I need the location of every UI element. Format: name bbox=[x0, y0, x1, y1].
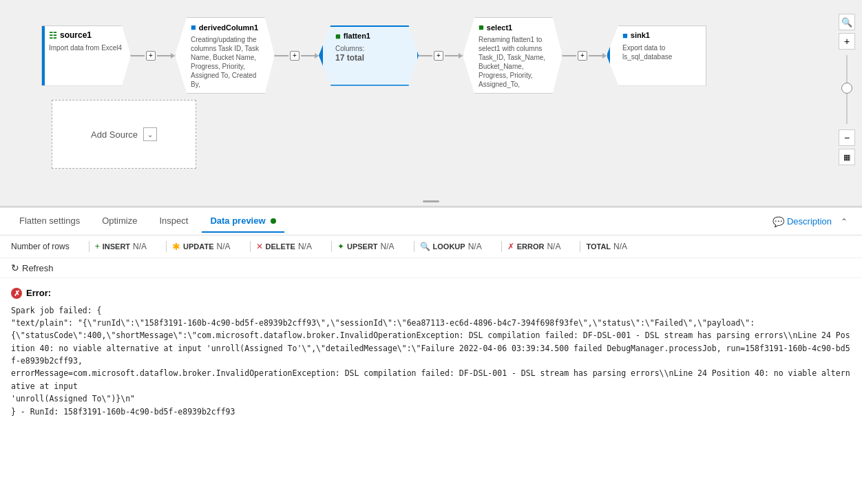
divider-2 bbox=[166, 241, 167, 252]
total-label: TOTAL bbox=[586, 242, 611, 251]
node-select1-title: ■ select1 bbox=[479, 22, 512, 32]
add-source-label: Add Source bbox=[91, 129, 138, 140]
node-sink1[interactable]: ■ sink1 Export data to ls_sql_database bbox=[607, 25, 706, 86]
node-derived1-title: ■ derivedColumn1 bbox=[191, 22, 258, 32]
error-body: Spark job failed: { "text/plain": "{\"ru… bbox=[11, 304, 851, 419]
upsert-label: UPSERT bbox=[347, 242, 378, 251]
connector-3: + bbox=[419, 51, 463, 61]
node-source1-title: ☷ source1 bbox=[49, 30, 92, 41]
tab-data-preview[interactable]: Data preview bbox=[202, 210, 284, 233]
metric-update: ✱ UPDATE N/A bbox=[172, 241, 244, 252]
tab-inspect[interactable]: Inspect bbox=[151, 210, 196, 233]
add-source-dropdown[interactable]: ⌄ bbox=[143, 127, 157, 141]
flatten-icon: ■ bbox=[335, 31, 341, 41]
zoom-controls: 🔍 + − ▦ bbox=[839, 14, 855, 165]
plus-icon: + bbox=[844, 36, 850, 47]
error-label: ERROR bbox=[517, 242, 545, 251]
node-derived1[interactable]: ■ derivedColumn1 Creating/updating the c… bbox=[175, 17, 275, 94]
tabs-row: Flatten settings Optimize Inspect Data p… bbox=[0, 208, 862, 235]
node-source1[interactable]: ☷ source1 Import data from Excel4 bbox=[41, 25, 131, 86]
node-sink1-desc: Export data to ls_sql_database bbox=[622, 43, 699, 61]
pipeline-row: ☷ source1 Import data from Excel4 + ■ de… bbox=[41, 17, 706, 94]
connector-4: + bbox=[563, 51, 607, 61]
fit-button[interactable]: ▦ bbox=[839, 149, 855, 165]
node-flatten1[interactable]: ■ flatten1 Columns: 17 total bbox=[319, 25, 419, 86]
tab-optimize[interactable]: Optimize bbox=[94, 210, 145, 233]
rows-label: Number of rows bbox=[11, 242, 70, 251]
tab-flatten-settings[interactable]: Flatten settings bbox=[11, 210, 88, 233]
divider-7 bbox=[580, 241, 580, 252]
metrics-row: Number of rows + INSERT N/A ✱ UPDATE N/A… bbox=[0, 235, 862, 258]
connector-1: + bbox=[131, 51, 175, 61]
comment-icon: 💬 bbox=[772, 216, 784, 227]
upsert-value: N/A bbox=[381, 242, 395, 251]
canvas-area: ☷ source1 Import data from Excel4 + ■ de… bbox=[0, 0, 862, 207]
node-sink1-title: ■ sink1 bbox=[622, 30, 650, 41]
description-button[interactable]: 💬 Description bbox=[772, 216, 832, 227]
error-icon: ✗ bbox=[11, 288, 22, 299]
data-preview-dot bbox=[271, 218, 276, 224]
metric-error: ✗ ERROR N/A bbox=[507, 242, 575, 251]
error-title: ✗ Error: bbox=[11, 286, 851, 300]
divider-5 bbox=[414, 241, 414, 252]
fit-icon: ▦ bbox=[843, 153, 850, 162]
divider-6 bbox=[501, 241, 502, 252]
refresh-button[interactable]: ↻ Refresh bbox=[11, 262, 851, 273]
update-value: N/A bbox=[217, 242, 231, 251]
error-value: N/A bbox=[547, 242, 560, 251]
refresh-icon: ↻ bbox=[11, 262, 19, 273]
metric-insert: + INSERT N/A bbox=[95, 242, 160, 251]
refresh-row: ↻ Refresh bbox=[0, 258, 862, 278]
zoom-slider-thumb[interactable] bbox=[841, 83, 852, 94]
insert-value: N/A bbox=[133, 242, 147, 251]
delete-icon: ✕ bbox=[256, 242, 263, 251]
delete-value: N/A bbox=[298, 242, 312, 251]
node-derived1-desc: Creating/updating the columns Task ID, T… bbox=[191, 35, 267, 89]
update-icon: ✱ bbox=[172, 241, 180, 252]
divider-4 bbox=[331, 241, 332, 252]
connector-2: + bbox=[275, 51, 319, 61]
total-value: N/A bbox=[613, 242, 627, 251]
zoom-slider-track bbox=[846, 55, 848, 124]
error-circle-icon: ✗ bbox=[507, 242, 514, 251]
metric-total: TOTAL N/A bbox=[586, 242, 641, 251]
upsert-icon: ✦ bbox=[337, 242, 344, 251]
lookup-label: LOOKUP bbox=[433, 242, 465, 251]
insert-icon: + bbox=[95, 242, 100, 251]
metric-rows: Number of rows bbox=[11, 242, 83, 251]
node-select1-desc: Renaming flatten1 to select1 with column… bbox=[479, 35, 555, 89]
bottom-panel: Flatten settings Optimize Inspect Data p… bbox=[0, 207, 862, 504]
divider-3 bbox=[250, 241, 251, 252]
divider-1 bbox=[89, 241, 90, 252]
add-source-box[interactable]: Add Source ⌄ bbox=[52, 100, 196, 169]
chevron-up-icon: ⌃ bbox=[841, 217, 848, 227]
node-source1-desc: Import data from Excel4 bbox=[49, 43, 122, 52]
metric-delete: ✕ DELETE N/A bbox=[256, 242, 326, 251]
plus-btn-2[interactable]: + bbox=[290, 51, 299, 61]
chevron-down-icon: ⌄ bbox=[147, 131, 153, 138]
excel-icon: ☷ bbox=[49, 30, 57, 41]
plus-btn-3[interactable]: + bbox=[434, 51, 443, 61]
zoom-out-button[interactable]: − bbox=[839, 129, 855, 146]
plus-btn-1[interactable]: + bbox=[146, 51, 156, 61]
search-icon: 🔍 bbox=[841, 17, 852, 28]
error-panel: ✗ Error: Spark job failed: { "text/plain… bbox=[0, 278, 862, 426]
delete-label: DELETE bbox=[266, 242, 295, 251]
zoom-in-button[interactable]: + bbox=[839, 33, 855, 50]
node-flatten1-title: ■ flatten1 bbox=[335, 31, 370, 41]
plus-btn-4[interactable]: + bbox=[578, 51, 587, 61]
lookup-icon: 🔍 bbox=[420, 242, 430, 251]
collapse-button[interactable]: ⌃ bbox=[837, 215, 851, 229]
update-label: UPDATE bbox=[183, 242, 213, 251]
search-button[interactable]: 🔍 bbox=[839, 14, 855, 30]
node-select1[interactable]: ■ select1 Renaming flatten1 to select1 w… bbox=[463, 17, 563, 94]
lookup-value: N/A bbox=[468, 242, 482, 251]
insert-label: INSERT bbox=[103, 242, 130, 251]
select-icon: ■ bbox=[479, 22, 484, 32]
metric-lookup: 🔍 LOOKUP N/A bbox=[420, 242, 496, 251]
node-flatten1-desc: Columns: 17 total bbox=[335, 44, 364, 64]
collapse-handle[interactable] bbox=[421, 199, 441, 203]
sql-icon: ■ bbox=[622, 30, 628, 41]
minus-icon: − bbox=[844, 132, 850, 143]
metric-upsert: ✦ UPSERT N/A bbox=[337, 242, 408, 251]
